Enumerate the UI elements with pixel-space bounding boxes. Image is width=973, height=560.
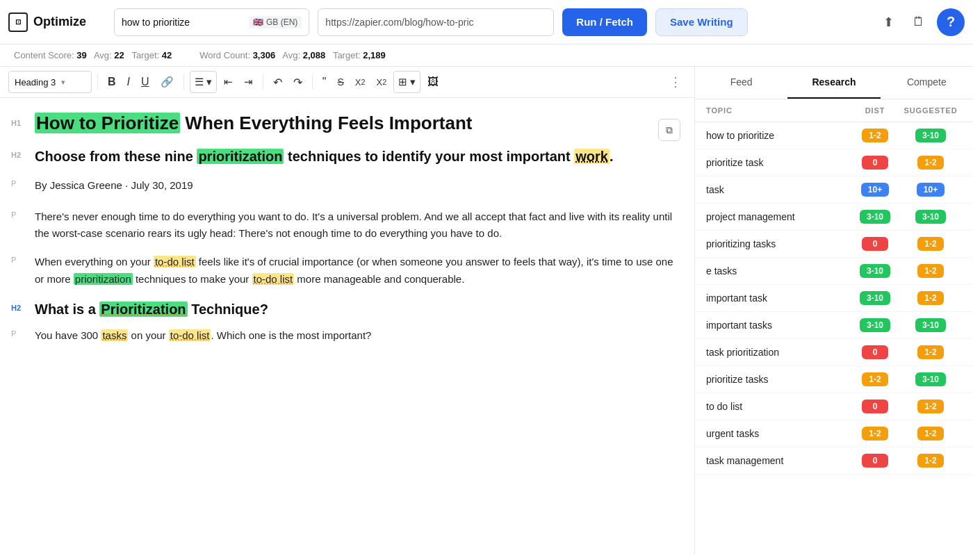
topic-name: prioritize task — [706, 157, 851, 168]
table-row[interactable]: e tasks3-101-2 — [695, 258, 973, 285]
table-row[interactable]: important tasks3-103-10 — [695, 312, 973, 339]
redo-button[interactable]: ↷ — [289, 72, 306, 92]
editor-content[interactable]: H1 How to Prioritize When Everything Fee… — [0, 98, 694, 554]
outdent-button[interactable]: ⇤ — [220, 72, 237, 92]
more-options-button[interactable]: ⋮ — [665, 72, 686, 92]
list-button[interactable]: ☰ ▾ — [190, 72, 216, 92]
bold-button[interactable]: B — [104, 72, 120, 92]
run-fetch-button[interactable]: Run / Fetch — [562, 8, 647, 36]
topic-name: how to prioritize — [706, 130, 851, 141]
table-row[interactable]: prioritizing tasks01-2 — [695, 231, 973, 258]
topic-name: important task — [706, 293, 851, 304]
document-icon[interactable]: 🗒 — [906, 10, 931, 35]
help-button[interactable]: ? — [937, 8, 965, 36]
table-row[interactable]: urgent tasks1-21-2 — [695, 420, 973, 447]
table-row[interactable]: task prioritization01-2 — [695, 339, 973, 366]
strikethrough-button[interactable]: S — [333, 72, 348, 92]
undo-button[interactable]: ↶ — [269, 72, 286, 92]
underline-button[interactable]: U — [137, 72, 154, 92]
th-suggested: SUGGESTED — [899, 106, 962, 115]
suggested-badge: 1-2 — [917, 264, 944, 278]
word-avg-label: Avg: — [282, 50, 300, 60]
table-button[interactable]: ⊞ ▾ — [394, 72, 420, 92]
todo-highlight-2: to-do list — [252, 273, 295, 285]
h2-text-1: Choose from these nine prioritization te… — [35, 149, 614, 164]
logo-icon: ⊡ — [8, 13, 28, 32]
table-row[interactable]: task management01-2 — [695, 447, 973, 475]
dist-badge: 3-10 — [860, 291, 890, 305]
flag-icon: 🇬🇧 — [253, 17, 263, 27]
tab-compete[interactable]: Compete — [881, 67, 973, 99]
p-marker-1: P — [11, 179, 16, 188]
heading-select[interactable]: Heading 3 ▾ — [8, 71, 92, 93]
table-row[interactable]: task10+10+ — [695, 176, 973, 204]
content-target-label: Target: — [131, 50, 159, 60]
suggested-badge: 10+ — [917, 183, 945, 197]
copy-icon[interactable]: ⧉ — [658, 119, 680, 141]
content-target-value: 42 — [162, 50, 172, 60]
suggested-badge: 1-2 — [917, 237, 944, 251]
word-target-value: 2,189 — [363, 50, 386, 60]
word-count-stat: Word Count: 3,306 Avg: 2,088 Target: 2,1… — [199, 50, 386, 60]
suggested-badge: 1-2 — [917, 427, 944, 440]
blockquote-button[interactable]: " — [318, 72, 331, 92]
table-row[interactable]: project management3-103-10 — [695, 204, 973, 231]
p-block-1: P There's never enough time to do everyt… — [35, 208, 680, 243]
table-button-group: ⊞ ▾ — [393, 71, 420, 93]
p-marker-2: P — [11, 211, 16, 219]
table-row[interactable]: important task3-101-2 — [695, 285, 973, 312]
superscript-button[interactable]: X2 — [372, 72, 391, 92]
todo-highlight-1: to-do list — [154, 256, 196, 267]
keyword-search-box: 🇬🇧 GB (EN) — [114, 8, 309, 36]
h1-content: How to Prioritize When Everything Feels … — [35, 112, 646, 135]
language-badge[interactable]: 🇬🇧 GB (EN) — [249, 16, 302, 28]
export-icon[interactable]: ⬆ — [876, 10, 901, 35]
word-count-value: 3,306 — [253, 50, 276, 60]
heading-chevron-icon: ▾ — [61, 78, 65, 87]
suggested-badge: 1-2 — [917, 400, 944, 413]
tasks-highlight: tasks — [101, 329, 128, 341]
table-row[interactable]: how to prioritize1-23-10 — [695, 122, 973, 149]
table-row[interactable]: to do list01-2 — [695, 393, 973, 420]
suggested-badge: 3-10 — [915, 129, 946, 142]
prioritization-highlight-h2: Prioritization — [99, 302, 187, 317]
p-block-author: P By Jessica Greene · July 30, 2019 — [35, 177, 680, 195]
image-button[interactable]: 🖼 — [423, 72, 443, 92]
prioritization-highlight-2: prioritization — [74, 273, 133, 285]
h1-text: How to Prioritize When Everything Feels … — [35, 113, 473, 133]
suggested-badge: 1-2 — [917, 156, 944, 170]
link-button[interactable]: 🔗 — [156, 72, 178, 92]
right-panel: Feed Research Compete TOPIC DIST SUGGEST… — [695, 67, 973, 554]
italic-button[interactable]: I — [123, 72, 134, 92]
p-text-author: By Jessica Greene · July 30, 2019 — [35, 179, 193, 191]
h2-marker-1: H2 — [11, 151, 21, 159]
lang-code: GB (EN) — [266, 17, 297, 27]
p-text-2d: more manageable and conquerable. — [294, 273, 464, 285]
heading-select-label: Heading 3 — [15, 77, 56, 88]
dist-badge: 10+ — [861, 183, 889, 197]
header: ⊡ Optimize 🇬🇧 GB (EN) Run / Fetch Save W… — [0, 0, 973, 44]
topic-table-header: TOPIC DIST SUGGESTED — [695, 99, 973, 122]
p-marker-3: P — [11, 256, 16, 264]
table-row[interactable]: prioritize tasks1-23-10 — [695, 366, 973, 393]
th-dist: DIST — [851, 106, 899, 115]
h2-block-1: H2 Choose from these nine prioritization… — [35, 147, 680, 166]
logo-area: ⊡ Optimize — [8, 13, 106, 32]
header-icons: ⬆ 🗒 ? — [876, 8, 965, 36]
indent-button[interactable]: ⇥ — [240, 72, 257, 92]
content-score-stat: Content Score: 39 Avg: 22 Target: 42 — [14, 50, 172, 60]
toolbar-separator-1 — [97, 74, 98, 90]
save-writing-button[interactable]: Save Writing — [655, 8, 748, 36]
h2-prioritization-highlight: prioritization — [197, 149, 284, 164]
dist-badge: 3-10 — [860, 210, 890, 224]
tab-feed[interactable]: Feed — [695, 67, 787, 99]
tab-research[interactable]: Research — [787, 67, 880, 99]
url-input[interactable] — [325, 17, 546, 28]
topic-name: important tasks — [706, 320, 851, 331]
keyword-input[interactable] — [122, 17, 243, 28]
list-button-group: ☰ ▾ — [190, 71, 217, 93]
table-row[interactable]: prioritize task01-2 — [695, 149, 973, 176]
subscript-button[interactable]: X2 — [351, 72, 370, 92]
topic-name: task prioritization — [706, 347, 851, 358]
content-avg-value: 22 — [114, 50, 124, 60]
